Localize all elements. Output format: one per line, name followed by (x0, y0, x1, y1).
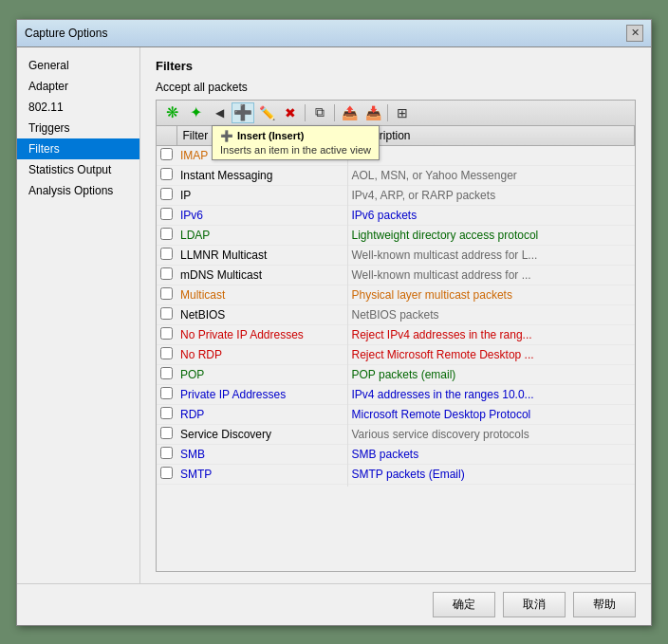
filter-checkbox-14[interactable] (160, 427, 173, 439)
filter-desc-cell: AOL, MSN, or Yahoo Messenger (347, 165, 635, 185)
table-row: Service Discovery Various service discov… (157, 424, 635, 444)
table-row: No RDP Reject Microsoft Remote Desktop .… (157, 344, 635, 364)
filter-checkbox-0[interactable] (160, 148, 173, 160)
toolbar-btn-copy[interactable]: ⧉ (308, 102, 331, 123)
sidebar: GeneralAdapter802.11TriggersFiltersStati… (17, 47, 140, 583)
filter-checkbox-12[interactable] (160, 387, 173, 399)
filter-checkbox-3[interactable] (160, 208, 173, 220)
filter-name-cell: IP (176, 185, 347, 205)
toolbar-btn-edit[interactable]: ✏️ (255, 102, 278, 123)
toolbar-btn-delete[interactable]: ✖ (279, 102, 302, 123)
cancel-button[interactable]: 取消 (503, 592, 566, 617)
toolbar-btn-import[interactable]: 📥 (362, 102, 384, 123)
toolbar-btn-arrow[interactable]: ◀ (208, 102, 231, 123)
filter-name-cell: mDNS Multicast (176, 265, 347, 285)
table-row: NetBIOS NetBIOS packets (157, 304, 635, 324)
tooltip-box: ➕ Insert (Insert) Inserts an item in the… (212, 125, 380, 160)
filter-desc: AOL, MSN, or Yahoo Messenger (352, 169, 517, 182)
filter-checkbox-13[interactable] (160, 407, 173, 419)
filter-desc-cell: Well-known multicast address for ... (347, 265, 635, 285)
table-row: IP IPv4, ARP, or RARP packets (157, 185, 635, 205)
toolbar-btn-insert[interactable]: ➕ (232, 102, 254, 123)
sidebar-item-adapter[interactable]: Adapter (17, 76, 139, 97)
help-button[interactable]: 帮助 (573, 592, 636, 617)
filter-desc-cell: IPv6 packets (347, 205, 635, 225)
filter-name: IPv6 (180, 209, 203, 222)
toolbar-btn-add-green[interactable]: ❋ (160, 102, 183, 123)
filter-name-cell: No RDP (176, 344, 347, 364)
filter-desc-cell: Reject IPv4 addresses in the rang... (347, 324, 635, 344)
filter-checkbox-8[interactable] (160, 307, 173, 320)
table-row: RDP Microsoft Remote Desktop Protocol (157, 404, 635, 424)
row-checkbox-cell (157, 464, 176, 484)
table-row: IPv6 IPv6 packets (157, 205, 635, 225)
sidebar-item-analysis-options[interactable]: Analysis Options (17, 180, 139, 201)
filter-desc: Physical layer multicast packets (352, 288, 512, 302)
toolbar: ❋ ✦ ◀ ➕ ✏️ ✖ ⧉ 📤 📥 ⊞ ➕ Insert (Insert) (156, 100, 636, 125)
filter-checkbox-7[interactable] (160, 287, 173, 300)
filter-checkbox-15[interactable] (160, 447, 173, 459)
row-checkbox-cell (157, 484, 176, 487)
sidebar-item-triggers[interactable]: Triggers (17, 118, 139, 138)
sidebar-item-statistics-output[interactable]: Statistics Output (17, 159, 139, 180)
row-checkbox-cell (157, 444, 176, 464)
filter-table: Filter Description IMAP ... Instant Mess… (157, 126, 635, 487)
filter-name-cell: LDAP (176, 225, 347, 245)
row-checkbox-cell (157, 205, 176, 225)
filter-name-cell: IPv6 (176, 205, 347, 225)
sidebar-item-general[interactable]: General (17, 55, 139, 76)
filter-name-cell: SMB (176, 444, 347, 464)
row-checkbox-cell (157, 165, 176, 185)
table-row: mDNS Multicast Well-known multicast addr… (157, 265, 635, 285)
filter-checkbox-2[interactable] (160, 188, 173, 200)
filter-desc-cell: Lightweight directory access protocol (347, 225, 635, 245)
table-row: SNMP SNMP packets (157, 484, 635, 487)
row-checkbox-cell (157, 245, 176, 265)
close-button[interactable]: ✕ (626, 25, 643, 42)
filter-checkbox-16[interactable] (160, 467, 173, 479)
filter-desc-cell: POP packets (email) (347, 364, 635, 384)
filter-desc-cell: Various service discovery protocols (347, 424, 635, 444)
toolbar-btn-merge[interactable]: ⊞ (391, 102, 414, 123)
filter-name: NetBIOS (180, 308, 225, 322)
filter-desc: IPv6 packets (352, 209, 418, 222)
table-row: LLMNR Multicast Well-known multicast add… (157, 245, 635, 265)
filter-desc: Reject Microsoft Remote Desktop ... (352, 348, 534, 361)
sidebar-item-filters[interactable]: Filters (17, 138, 139, 159)
filter-desc-cell: ... (347, 145, 635, 165)
filter-checkbox-10[interactable] (160, 347, 173, 359)
filter-checkbox-4[interactable] (160, 228, 173, 240)
filter-name: RDP (180, 408, 204, 421)
filter-name: SMB (180, 448, 205, 461)
filter-name-cell: RDP (176, 404, 347, 424)
row-checkbox-cell (157, 324, 176, 344)
dialog-body: GeneralAdapter802.11TriggersFiltersStati… (17, 47, 651, 583)
filter-name-cell: LLMNR Multicast (176, 245, 347, 265)
filter-desc-cell: SMB packets (347, 444, 635, 464)
table-scroll[interactable]: Filter Description IMAP ... Instant Mess… (157, 126, 635, 487)
filter-checkbox-5[interactable] (160, 248, 173, 260)
filter-checkbox-9[interactable] (160, 327, 173, 340)
toolbar-btn-add-star[interactable]: ✦ (184, 102, 207, 123)
row-checkbox-cell (157, 265, 176, 285)
row-checkbox-cell (157, 424, 176, 444)
filter-name-cell: No Private IP Addresses (176, 324, 347, 344)
filter-desc-cell: Reject Microsoft Remote Desktop ... (347, 344, 635, 364)
filter-checkbox-11[interactable] (160, 367, 173, 379)
ok-button[interactable]: 确定 (433, 592, 495, 617)
table-row: SMTP SMTP packets (Email) (157, 464, 635, 484)
filter-name-cell: SNMP (176, 484, 347, 487)
filter-checkbox-1[interactable] (160, 168, 173, 180)
toolbar-btn-export[interactable]: 📤 (338, 102, 361, 123)
row-checkbox-cell (157, 364, 176, 384)
filter-desc: Well-known multicast address for ... (352, 268, 531, 282)
filter-checkbox-6[interactable] (160, 267, 173, 280)
dialog-title: Capture Options (25, 27, 107, 40)
filter-desc-cell: SMTP packets (Email) (347, 464, 635, 484)
sidebar-item-802-11[interactable]: 802.11 (17, 97, 139, 118)
filter-desc: IPv4 addresses in the ranges 10.0... (352, 388, 534, 401)
filter-name: No RDP (180, 348, 222, 361)
toolbar-separator-2 (334, 104, 335, 121)
row-checkbox-cell (157, 285, 176, 304)
table-row: SMB SMB packets (157, 444, 635, 464)
